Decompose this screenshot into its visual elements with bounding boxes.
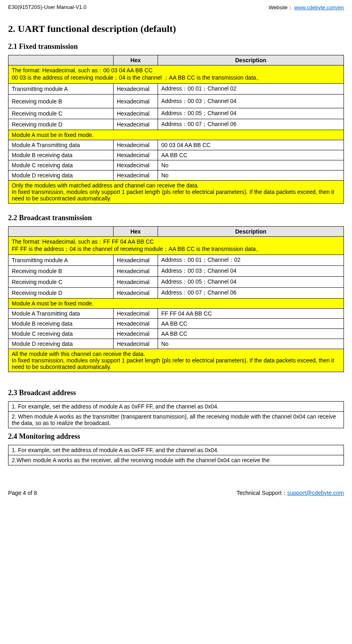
- chapter-title: 2. UART functional description (default): [8, 23, 344, 34]
- section-2-3-heading: 2.3 Broadcast address: [8, 389, 344, 397]
- table-header-hex: Hex: [114, 227, 158, 237]
- table-row: Transmitting module AHexadecimalAddress：…: [8, 255, 344, 266]
- table-header-desc: Description: [158, 227, 344, 237]
- table-header-desc: Description: [158, 55, 344, 65]
- support-email-link[interactable]: support@cdebyte.com: [287, 490, 344, 496]
- table-note-row: The format: Hexadecimal, such as：00 03 0…: [8, 65, 344, 84]
- table-header-row: Hex Description: [8, 227, 344, 237]
- table-header-hex: Hex: [114, 55, 158, 65]
- table-header-blank: [8, 55, 114, 65]
- format-note: The format: Hexadecimal, such as：00 03 0…: [8, 65, 344, 84]
- table-note-row: The format: Hexadecimal, such as：FF FF 0…: [8, 237, 344, 255]
- format-note: The format: Hexadecimal, such as：FF FF 0…: [8, 237, 344, 255]
- table-row: Module A Transmitting dataHexadecimal00 …: [8, 140, 344, 150]
- table-row: Module B receiving dataHexadecimalAA BB …: [8, 150, 344, 160]
- page-footer: Page 4 of 8 Technical Support：support@cd…: [8, 490, 344, 497]
- broadcast-transmission-table: Hex Description The format: Hexadecimal,…: [8, 226, 344, 372]
- page-header: E30(915T20S)-User Manual-V1.0 Website： w…: [8, 4, 344, 11]
- table-row: Receiving module DHexadecimalAddress：00 …: [8, 119, 344, 130]
- table-row: Receiving module BHexadecimalAddress：00 …: [8, 95, 344, 108]
- table-row: 1. For example, set the address of modul…: [8, 445, 344, 455]
- table-row: Module D receiving dataHexadecimalNo: [8, 170, 344, 181]
- table-row: Module C receiving dataHexadecimalAA BB …: [8, 329, 344, 339]
- section-2-1-heading: 2.1 Fixed transmission: [8, 42, 344, 51]
- page-number: Page 4 of 8: [8, 490, 37, 497]
- table-note-row: All the module with this channel can rec…: [8, 349, 344, 372]
- table-row: Receiving module CHexadecimalAddress：00 …: [8, 108, 344, 119]
- website-label: Website： www.cdebyte.com/en: [269, 4, 344, 11]
- monitoring-address-table: 1. For example, set the address of modul…: [8, 445, 344, 465]
- table-row: Receiving module BHexadecimalAddress：00 …: [8, 266, 344, 277]
- table-note-row: Only the modules with matched address an…: [8, 181, 344, 204]
- table-row: Module D receiving dataHexadecimalNo: [8, 339, 344, 349]
- support-label: Technical Support：support@cdebyte.com: [236, 490, 344, 497]
- table-row: Module A Transmitting dataHexadecimalFF …: [8, 309, 344, 319]
- table-note-row: Module A must be in fixed mode.: [8, 299, 344, 309]
- table-header-row: Hex Description: [8, 55, 344, 65]
- section-2-2-heading: 2.2 Broadcast transmission: [8, 214, 344, 222]
- table-row: 2. When module A works as the transmitte…: [8, 412, 344, 428]
- broadcast-address-table: 1. For example, set the address of modul…: [8, 401, 344, 428]
- table-header-blank: [8, 227, 114, 237]
- table-row: Receiving module CHexadecimalAddress：00 …: [8, 277, 344, 288]
- table-row: Transmitting module AHexadecimalAddress：…: [8, 84, 344, 95]
- website-link[interactable]: www.cdebyte.com/en: [294, 4, 344, 11]
- footer-note: Only the modules with matched address an…: [8, 181, 344, 204]
- doc-title: E30(915T20S)-User Manual-V1.0: [8, 4, 86, 11]
- table-row: Module C receiving dataHexadecimalNo: [8, 160, 344, 170]
- fixed-transmission-table: Hex Description The format: Hexadecimal,…: [8, 55, 344, 204]
- table-row: Module B receiving dataHexadecimalAA BB …: [8, 319, 344, 329]
- footer-note: All the module with this channel can rec…: [8, 349, 344, 372]
- table-note-row: Module A must be in fixed mode.: [8, 130, 344, 140]
- section-2-4-heading: 2.4 Monitoring address: [8, 432, 344, 441]
- table-row: Receiving module DHexadecimalAddress：00 …: [8, 288, 344, 299]
- table-row: 2.When module A works as the receiver, a…: [8, 455, 344, 465]
- table-row: 1. For example, set the address of modul…: [8, 402, 344, 412]
